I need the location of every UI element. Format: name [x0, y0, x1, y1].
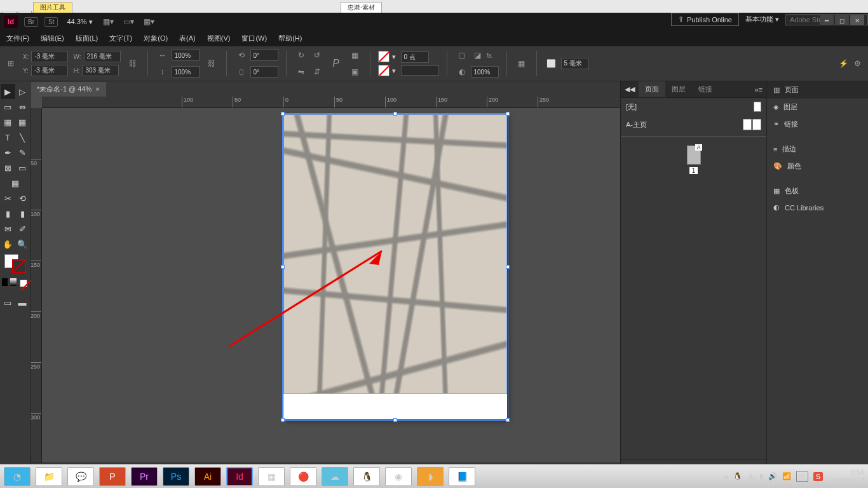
rotate-field[interactable] — [250, 50, 278, 61]
rotate-cw-icon[interactable]: ↻ — [294, 48, 308, 62]
scale-y-field[interactable] — [172, 66, 200, 78]
panel-menu-icon[interactable]: »≡ — [750, 86, 766, 93]
gradient-feather-tool[interactable]: ▮ — [15, 206, 30, 221]
menu-item-help[interactable]: 帮助(H) — [278, 34, 302, 43]
tray-sogou[interactable]: S — [813, 472, 823, 481]
stroke-weight-field[interactable] — [401, 51, 429, 63]
text-wrap-icon[interactable]: ▦ — [515, 57, 529, 71]
dock-layers[interactable]: ◈图层 — [767, 98, 868, 116]
taskbar-app5[interactable]: ◗ — [417, 467, 444, 486]
w-field[interactable] — [84, 51, 121, 62]
tray-net-icon[interactable]: 🖧 — [747, 473, 754, 480]
selection-tool[interactable]: ▶ — [1, 84, 15, 99]
taskbar-clock[interactable]: 8:54 2020/3/17 — [833, 468, 864, 484]
fill-dropdown-icon[interactable]: ▾ — [392, 53, 396, 61]
menu-item-view[interactable]: 视图(V) — [207, 34, 231, 43]
container-select-icon[interactable]: ▦ — [348, 48, 362, 62]
tab-pages[interactable]: 页面 — [639, 81, 665, 97]
os-tab[interactable]: 忠港·素材 — [341, 2, 382, 13]
hand-tool[interactable]: ✋ — [1, 236, 15, 252]
pen-tool[interactable]: ✒ — [1, 145, 15, 160]
taskbar-explorer[interactable]: 📁 — [36, 467, 62, 486]
os-tab[interactable]: 图片工具 — [33, 2, 72, 13]
screen-mode-icon[interactable]: ▭▾ — [122, 15, 136, 29]
menu-item-file[interactable]: 文件(F) — [6, 34, 29, 43]
menu-item-type[interactable]: 文字(T) — [109, 34, 132, 43]
scissors-tool[interactable]: ✂ — [1, 191, 15, 206]
free-transform-tool[interactable]: ⟲ — [15, 191, 30, 206]
menu-item-table[interactable]: 表(A) — [179, 34, 196, 43]
constrain-scale-icon[interactable]: ⛓ — [205, 57, 219, 71]
quick-apply-icon[interactable]: ⚡ — [836, 57, 850, 71]
bridge-button[interactable]: Br — [24, 17, 38, 27]
dock-swatches[interactable]: ▦色板 — [767, 182, 868, 200]
table-tool[interactable]: ▦ — [1, 175, 30, 191]
view-options-icon[interactable]: ▦▾ — [102, 15, 116, 29]
fill-swatch[interactable] — [378, 51, 390, 62]
taskbar-notes[interactable]: 📘 — [449, 467, 475, 486]
master-none-row[interactable]: [无] — [621, 98, 766, 116]
maximize-button[interactable]: ◻ — [835, 15, 849, 25]
ref-point-icon[interactable]: ⊞ — [4, 57, 18, 71]
pencil-tool[interactable]: ✎ — [15, 145, 30, 160]
note-tool[interactable]: ✉ — [1, 221, 15, 236]
corner-field[interactable] — [561, 58, 589, 69]
tab-layers[interactable]: 图层 — [665, 81, 692, 97]
flip-h-icon[interactable]: ⇋ — [294, 65, 308, 79]
page-tool[interactable]: ▭ — [1, 99, 15, 114]
panel-collapse-icon[interactable]: ◀◀ — [621, 85, 639, 93]
stroke-dropdown-icon[interactable]: ▾ — [392, 67, 396, 75]
drop-shadow-icon[interactable]: ◪ — [471, 48, 485, 62]
zoom-tool[interactable]: 🔍 — [15, 236, 30, 252]
taskbar-app[interactable]: ◔ — [4, 467, 31, 486]
dock-color[interactable]: 🎨颜色 — [767, 158, 868, 175]
close-button[interactable]: ✕ — [850, 15, 864, 25]
preview-mode-icon[interactable]: ▬ — [15, 295, 30, 310]
publish-online-button[interactable]: ⇧ Publish Online — [671, 13, 739, 26]
master-a-row[interactable]: A-主页 — [621, 116, 766, 133]
rect-tool[interactable]: ▭ — [15, 160, 30, 175]
tray-ime[interactable]: 中 — [796, 471, 808, 482]
content-select-icon[interactable]: ▣ — [348, 65, 362, 79]
stroke-style-dropdown[interactable] — [401, 65, 439, 76]
canvas[interactable] — [42, 108, 620, 463]
menu-item-window[interactable]: 窗口(W) — [241, 34, 267, 43]
corner-icon[interactable]: ⬜ — [545, 57, 559, 71]
taskbar-qq[interactable]: 🐧 — [353, 467, 380, 486]
tray-wifi-icon[interactable]: 📶 — [782, 472, 791, 480]
arrange-docs-icon[interactable]: ▦▾ — [142, 15, 156, 29]
gradient-swatch-tool[interactable]: ▮ — [1, 206, 15, 221]
constrain-icon[interactable]: ⛓ — [126, 57, 140, 71]
menu-item-layout[interactable]: 版面(L) — [76, 34, 98, 43]
dock-pages[interactable]: ▥页面 — [767, 81, 868, 98]
scale-x-field[interactable] — [172, 50, 200, 61]
dock-stroke[interactable]: ≡描边 — [767, 140, 868, 158]
taskbar-app3[interactable]: 🔴 — [290, 467, 316, 486]
rotate-ccw-icon[interactable]: ↺ — [310, 48, 324, 62]
menu-item-edit[interactable]: 编辑(E) — [41, 34, 64, 43]
placed-image[interactable] — [283, 114, 507, 394]
type-tool[interactable]: T — [1, 130, 15, 145]
stroke-swatch[interactable] — [378, 65, 390, 76]
fill-stroke-control[interactable] — [3, 254, 27, 273]
workspace-switcher[interactable]: 基本功能 ▾ — [745, 15, 779, 24]
x-field[interactable] — [31, 51, 68, 62]
direct-selection-tool[interactable]: ▷ — [15, 84, 30, 99]
taskbar-photoshop[interactable]: Ps — [163, 467, 189, 486]
apply-gradient-icon[interactable] — [10, 278, 17, 286]
y-field[interactable] — [31, 65, 68, 76]
page-thumbnail[interactable]: A — [687, 146, 701, 165]
taskbar-chrome[interactable]: ◉ — [385, 467, 412, 486]
apply-none-icon[interactable] — [18, 276, 30, 291]
zoom-level[interactable]: 44.3% ▾ — [64, 18, 95, 26]
tray-battery-icon[interactable]: ▮ — [759, 472, 763, 480]
taskbar-app2[interactable]: ▦ — [258, 467, 285, 486]
taskbar-app4[interactable]: ☁ — [322, 467, 348, 486]
tray-vol-icon[interactable]: 🔊 — [768, 472, 777, 480]
content-placer-tool[interactable]: ▦ — [15, 114, 30, 130]
flip-v-icon[interactable]: ⇵ — [310, 65, 324, 79]
menu-item-object[interactable]: 对象(O) — [144, 34, 168, 43]
taskbar-illustrator[interactable]: Ai — [194, 467, 221, 486]
effects-icon[interactable]: ▢ — [455, 48, 469, 62]
document-tab[interactable]: *未命名-1 @ 44%× — [31, 82, 106, 97]
